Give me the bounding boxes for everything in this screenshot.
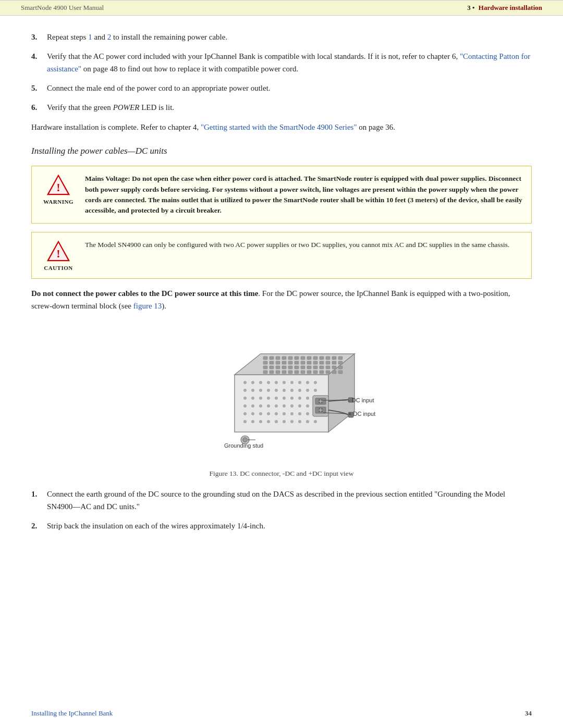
svg-point-83 <box>259 397 262 400</box>
svg-point-77 <box>290 389 293 392</box>
svg-point-67 <box>290 381 293 384</box>
svg-point-97 <box>290 404 293 408</box>
step-4: 4. Verify that the AC power cord include… <box>31 51 532 75</box>
svg-rect-30 <box>313 361 317 364</box>
svg-rect-33 <box>332 361 336 364</box>
svg-point-120 <box>314 420 317 423</box>
dc-connector-svg: - DC input + DC input Grounding stud <box>172 328 391 463</box>
svg-point-117 <box>290 420 293 423</box>
svg-point-69 <box>306 381 309 384</box>
svg-point-112 <box>251 420 254 423</box>
dc-step-2-num: 2. <box>31 520 47 532</box>
step-6-text: Verify that the green POWER LED is lit. <box>47 102 532 114</box>
svg-point-84 <box>267 397 270 400</box>
svg-rect-27 <box>295 361 299 364</box>
link-contacting-patton[interactable]: "Contacting Patton for assistance" <box>47 52 530 72</box>
svg-rect-39 <box>288 366 292 369</box>
svg-point-116 <box>283 420 286 423</box>
svg-point-102 <box>251 412 254 415</box>
svg-rect-42 <box>307 366 311 369</box>
dc-minus-label: - DC input <box>348 397 374 403</box>
link-step2[interactable]: 2 <box>107 33 112 41</box>
svg-point-75 <box>275 389 278 392</box>
svg-rect-20 <box>332 356 336 360</box>
svg-point-78 <box>298 389 301 392</box>
svg-point-98 <box>298 404 301 408</box>
svg-point-64 <box>267 381 270 384</box>
svg-rect-60 <box>338 371 342 374</box>
header-bar: SmartNode 4900 User Manual 3 • Hardware … <box>0 0 563 16</box>
link-step1[interactable]: 1 <box>88 33 92 41</box>
svg-rect-10 <box>270 356 274 360</box>
svg-point-111 <box>243 420 247 423</box>
warning-box: ! WARNING Mains Voltage: Do not open the… <box>31 166 532 224</box>
svg-point-96 <box>283 404 286 408</box>
svg-point-68 <box>298 381 301 384</box>
svg-point-80 <box>314 389 317 392</box>
dc-step-2: 2. Strip back the insulation on each of … <box>31 520 532 532</box>
svg-point-119 <box>306 420 309 423</box>
svg-rect-29 <box>307 361 311 364</box>
svg-point-105 <box>275 412 278 415</box>
step-3: 3. Repeat steps 1 and 2 to install the r… <box>31 31 532 43</box>
power-led-label: POWER <box>113 103 140 112</box>
svg-rect-57 <box>320 371 324 374</box>
svg-rect-37 <box>276 366 280 369</box>
svg-point-93 <box>259 404 262 408</box>
svg-rect-51 <box>282 371 286 374</box>
svg-rect-11 <box>276 356 280 360</box>
dc-power-bold: Do not connect the power cables to the D… <box>31 289 258 298</box>
svg-rect-40 <box>295 366 299 369</box>
step-5-text: Connect the male end of the power cord t… <box>47 82 532 94</box>
svg-rect-34 <box>338 361 342 364</box>
step-3-num: 3. <box>31 31 47 43</box>
svg-rect-24 <box>276 361 280 364</box>
caution-icon-area: ! CAUTION <box>40 240 77 271</box>
svg-point-99 <box>306 404 309 408</box>
svg-rect-36 <box>270 366 274 369</box>
svg-rect-50 <box>276 371 280 374</box>
svg-rect-22 <box>263 361 267 364</box>
svg-point-87 <box>290 397 293 400</box>
figure-13-area: - DC input + DC input Grounding stud Fig… <box>31 328 532 478</box>
dc-step-1-num: 1. <box>31 488 47 513</box>
svg-rect-32 <box>326 361 330 364</box>
svg-point-82 <box>251 397 254 400</box>
svg-rect-46 <box>332 366 336 369</box>
svg-point-66 <box>283 381 286 384</box>
svg-rect-59 <box>332 371 336 374</box>
svg-point-108 <box>298 412 301 415</box>
link-getting-started[interactable]: "Getting started with the SmartNode 4900… <box>201 123 357 131</box>
step-3-text: Repeat steps 1 and 2 to install the rema… <box>47 31 532 43</box>
svg-rect-44 <box>320 366 324 369</box>
svg-point-61 <box>243 381 247 384</box>
warning-label: WARNING <box>43 199 74 205</box>
step-5-num: 5. <box>31 82 47 94</box>
svg-rect-54 <box>301 371 305 374</box>
svg-point-113 <box>259 420 262 423</box>
svg-point-92 <box>251 404 254 408</box>
section-heading-dc-units: Installing the power cables—DC units <box>31 146 532 156</box>
step-6-num: 6. <box>31 102 47 114</box>
svg-rect-56 <box>313 371 317 374</box>
svg-rect-14 <box>295 356 299 360</box>
header-section-title: Hardware installation <box>479 4 542 11</box>
svg-rect-25 <box>282 361 286 364</box>
footer-left: Installing the IpChannel Bank <box>31 709 113 718</box>
svg-point-74 <box>267 389 270 392</box>
svg-point-95 <box>275 404 278 408</box>
svg-text:!: ! <box>56 247 60 260</box>
svg-point-115 <box>275 420 278 423</box>
link-figure13[interactable]: figure 13 <box>133 302 162 310</box>
svg-rect-48 <box>263 371 267 374</box>
svg-point-101 <box>243 412 247 415</box>
header-bullet: 3 • <box>467 4 476 11</box>
svg-point-76 <box>283 389 286 392</box>
svg-rect-16 <box>307 356 311 360</box>
svg-point-70 <box>314 381 317 384</box>
svg-point-86 <box>283 397 286 400</box>
svg-point-65 <box>275 381 278 384</box>
svg-rect-49 <box>270 371 274 374</box>
step-5: 5. Connect the male end of the power cor… <box>31 82 532 94</box>
dc-power-para: Do not connect the power cables to the D… <box>31 287 532 312</box>
